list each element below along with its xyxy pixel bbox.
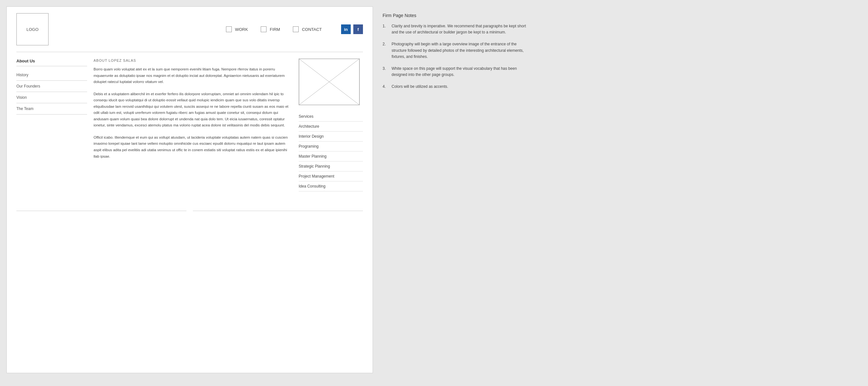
services-list: Services Architecture Interior Design Pr… — [299, 112, 363, 191]
footer-line-right — [193, 211, 363, 211]
nav-area: WORK FIRM CONTACT in f — [226, 25, 363, 34]
note-number-3: 3. — [382, 66, 389, 78]
about-title: ABOUT LOPEZ SALAS — [94, 59, 292, 62]
note-number-1: 1. — [382, 23, 389, 35]
note-number-4: 4. — [382, 84, 389, 90]
site-header: LOGO WORK FIRM CONTACT in — [7, 7, 373, 52]
site-content: About Us History Our Founders Vision The… — [7, 52, 373, 198]
note-text-4: Colors will be utilized as accents. — [392, 84, 448, 90]
social-icons: in f — [341, 25, 363, 34]
logo: LOGO — [17, 13, 49, 46]
note-item-3: 3. White space on this page will support… — [382, 66, 530, 78]
image-placeholder — [299, 59, 360, 105]
note-item-4: 4. Colors will be utilized as accents. — [382, 84, 530, 90]
site-footer — [7, 204, 373, 217]
nav-work-checkbox — [226, 26, 232, 32]
sidebar-item-history[interactable]: History — [17, 69, 87, 81]
nav-contact-checkbox — [293, 26, 299, 32]
note-text-3: White space on this page will support th… — [392, 66, 530, 78]
paragraph-3: Officil icabo. Illendemque et eum qui as… — [94, 135, 292, 159]
note-text-2: Photography will begin with a large over… — [392, 41, 530, 60]
logo-label: LOGO — [26, 27, 38, 32]
sidebar-item-founders[interactable]: Our Founders — [17, 81, 87, 92]
nav-firm-label: FIRM — [270, 27, 280, 32]
note-text-1: Clarity and brevity is imperative. We re… — [392, 23, 530, 35]
center-content: ABOUT LOPEZ SALAS Borro quam volo volupt… — [94, 59, 292, 191]
page-wrapper: LOGO WORK FIRM CONTACT in — [6, 6, 862, 373]
notes-panel: Firm Page Notes 1. Clarity and brevity i… — [373, 6, 540, 373]
service-item-services[interactable]: Services — [299, 112, 363, 122]
service-item-master-planning[interactable]: Master Planning — [299, 151, 363, 161]
linkedin-icon[interactable]: in — [341, 25, 351, 34]
paragraph-2: Debis et a voluptatem aliberchil im et e… — [94, 91, 292, 129]
nav-work-label: WORK — [235, 27, 248, 32]
footer-line-left — [17, 211, 186, 211]
service-item-idea-consulting[interactable]: Idea Consulting — [299, 181, 363, 191]
nav-firm[interactable]: FIRM — [261, 26, 280, 32]
right-column: Services Architecture Interior Design Pr… — [299, 59, 363, 191]
note-item-1: 1. Clarity and brevity is imperative. We… — [382, 23, 530, 35]
notes-title: Firm Page Notes — [382, 13, 530, 18]
sidebar-item-team[interactable]: The Team — [17, 103, 87, 115]
paragraph-1: Borro quam volo voluptat atet ex et la s… — [94, 66, 292, 85]
service-item-interior-design[interactable]: Interior Design — [299, 131, 363, 142]
facebook-icon[interactable]: f — [353, 25, 363, 34]
sidebar: About Us History Our Founders Vision The… — [17, 59, 87, 191]
note-item-2: 2. Photography will begin with a large o… — [382, 41, 530, 60]
nav-firm-checkbox — [261, 26, 267, 32]
service-item-programing[interactable]: Programing — [299, 142, 363, 151]
site-frame: LOGO WORK FIRM CONTACT in — [6, 6, 373, 373]
service-item-architecture[interactable]: Architecture — [299, 122, 363, 131]
service-item-project-management[interactable]: Project Management — [299, 172, 363, 181]
note-number-2: 2. — [382, 41, 389, 60]
service-item-strategic-planning[interactable]: Strategic Planning — [299, 161, 363, 172]
sidebar-section-title: About Us — [17, 59, 87, 66]
nav-contact-label: CONTACT — [302, 27, 322, 32]
sidebar-item-vision[interactable]: Vision — [17, 92, 87, 103]
nav-contact[interactable]: CONTACT — [293, 26, 322, 32]
nav-work[interactable]: WORK — [226, 26, 248, 32]
